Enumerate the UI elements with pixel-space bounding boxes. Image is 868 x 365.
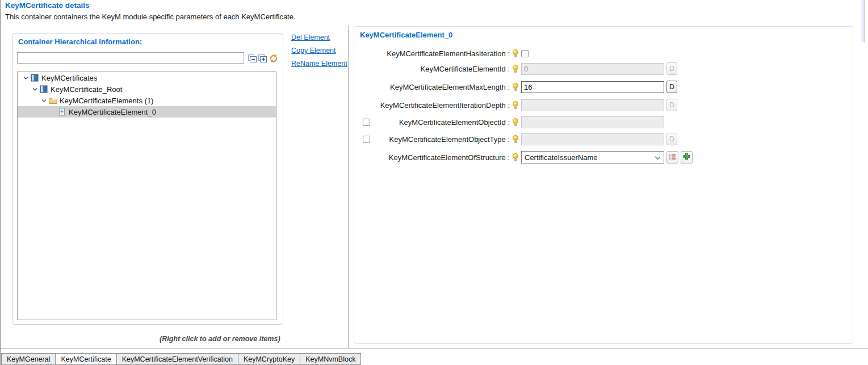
form-row: KeyMCertificateElementId :D bbox=[359, 62, 693, 75]
expand-icon bbox=[258, 54, 267, 63]
field-label: KeyMCertificateElementOfStructure : bbox=[376, 153, 510, 162]
row-enable-column bbox=[359, 119, 376, 126]
tab-keymcertificate[interactable]: KeyMCertificate bbox=[56, 353, 116, 365]
page-description: This container containers the KeyM modul… bbox=[5, 12, 296, 21]
tree-item[interactable]: KeyMCertificateElement_0 bbox=[18, 106, 276, 118]
default-value-button[interactable]: D bbox=[666, 81, 677, 93]
element-form: KeyMCertificateElementHasIteration :KeyM… bbox=[359, 47, 693, 163]
tree-item-label: KeyMCertificate_Root bbox=[51, 85, 122, 94]
field-input bbox=[521, 99, 664, 111]
hierarchy-group-title: Container Hierarchical information: bbox=[18, 37, 142, 46]
tree-item-label: KeyMCertificates bbox=[41, 74, 97, 82]
bulb-icon bbox=[513, 118, 519, 126]
form-row: KeyMCertificateElementOfStructure :Certi… bbox=[359, 151, 693, 163]
tree-item-label: KeyMCertificateElement_0 bbox=[69, 108, 156, 116]
document-icon bbox=[57, 108, 66, 116]
default-value-button: D bbox=[666, 99, 677, 111]
list-icon bbox=[669, 153, 676, 162]
chevron-down-icon[interactable] bbox=[30, 87, 39, 92]
field-label: KeyMCertificateElementObjectType : bbox=[376, 135, 510, 144]
scrollbar[interactable] bbox=[860, 0, 865, 42]
module-icon bbox=[30, 74, 39, 82]
field-label: KeyMCertificateElementHasIteration : bbox=[376, 49, 510, 58]
chevron-down-icon bbox=[655, 153, 661, 162]
bottom-separator bbox=[1, 348, 868, 349]
row-enable-checkbox[interactable] bbox=[363, 136, 370, 143]
chevron-down-icon[interactable] bbox=[21, 75, 30, 81]
tree-item[interactable]: KeyMCertificateElements (1) bbox=[18, 95, 276, 106]
field-label: KeyMCertificateElementObjectId : bbox=[376, 118, 510, 127]
del-element-link[interactable]: Del Element bbox=[291, 33, 347, 41]
tree-filter-input[interactable] bbox=[17, 52, 244, 64]
plus-icon bbox=[683, 153, 690, 162]
form-row: KeyMCertificateElementObjectType :D bbox=[359, 133, 693, 145]
element-details-group: KeyMCertificateElement_0 KeyMCertificate… bbox=[354, 26, 853, 344]
bulb-icon bbox=[513, 101, 519, 109]
refresh-button[interactable] bbox=[269, 53, 279, 63]
field-select-value: CertificateIssuerName bbox=[525, 153, 598, 162]
tree-item-label: KeyMCertificateElements (1) bbox=[60, 97, 153, 105]
tab-keymcertificateelementverification[interactable]: KeyMCertificateElementVerification bbox=[117, 353, 238, 365]
bulb-icon bbox=[513, 153, 519, 161]
element-details-title: KeyMCertificateElement_0 bbox=[360, 31, 452, 39]
refresh-icon bbox=[269, 54, 279, 63]
bulb-icon bbox=[513, 135, 519, 143]
bulb-icon bbox=[513, 83, 519, 91]
field-label: KeyMCertificateElementIterationDepth : bbox=[376, 101, 510, 110]
tree-hint-text: (Right click to add or remove items) bbox=[160, 335, 280, 343]
field-select[interactable]: CertificateIssuerName bbox=[521, 151, 664, 163]
field-input bbox=[521, 133, 664, 145]
row-enable-checkbox[interactable] bbox=[363, 119, 370, 126]
form-row: KeyMCertificateElementIterationDepth :D bbox=[359, 99, 693, 111]
form-row: KeyMCertificateElementHasIteration : bbox=[359, 47, 693, 60]
folder-icon bbox=[48, 97, 57, 104]
panel-divider bbox=[348, 26, 349, 348]
bulb-icon bbox=[513, 65, 519, 73]
module-icon bbox=[39, 85, 48, 93]
add-button[interactable] bbox=[681, 151, 693, 163]
copy-element-link[interactable]: Copy Element bbox=[291, 47, 347, 54]
field-input[interactable] bbox=[521, 81, 664, 93]
field-label: KeyMCertificateElementMaxLength : bbox=[376, 83, 510, 91]
field-label: KeyMCertificateElementId : bbox=[376, 65, 510, 73]
default-value-button: D bbox=[666, 133, 677, 145]
form-row: KeyMCertificateElementObjectId : bbox=[359, 116, 693, 128]
tab-keymcryptokey[interactable]: KeyMCryptoKey bbox=[238, 353, 300, 365]
expand-all-button[interactable] bbox=[258, 53, 267, 63]
list-options-button[interactable] bbox=[666, 151, 678, 163]
tab-keymgeneral[interactable]: KeyMGeneral bbox=[1, 353, 56, 365]
tree-item[interactable]: KeyMCertificate_Root bbox=[18, 83, 276, 95]
field-checkbox[interactable] bbox=[521, 50, 529, 57]
collapse-icon bbox=[248, 54, 257, 63]
collapse-all-button[interactable] bbox=[248, 53, 257, 63]
tree-item[interactable]: KeyMCertificates bbox=[18, 72, 276, 83]
container-hierarchy-group: Container Hierarchical information: KeyM… bbox=[12, 33, 283, 325]
default-value-button: D bbox=[666, 62, 677, 75]
field-input bbox=[521, 63, 664, 75]
bulb-icon bbox=[513, 49, 519, 57]
tab-keymnvmblock[interactable]: KeyMNvmBlock bbox=[300, 353, 361, 365]
keym-certificate-editor: KeyMCertificate details This container c… bbox=[0, 0, 868, 365]
page-title: KeyMCertificate details bbox=[5, 1, 90, 10]
module-tab-bar: KeyMGeneralKeyMCertificateKeyMCertificat… bbox=[1, 353, 361, 365]
rename-element-link[interactable]: ReName Element bbox=[291, 60, 347, 68]
field-input bbox=[521, 116, 664, 128]
hierarchy-tree: KeyMCertificatesKeyMCertificate_RootKeyM… bbox=[17, 72, 276, 320]
chevron-down-icon[interactable] bbox=[39, 98, 48, 103]
row-enable-column bbox=[359, 136, 376, 143]
form-row: KeyMCertificateElementMaxLength :D bbox=[359, 81, 693, 93]
element-actions: Del ElementCopy ElementReName Element bbox=[291, 33, 347, 73]
